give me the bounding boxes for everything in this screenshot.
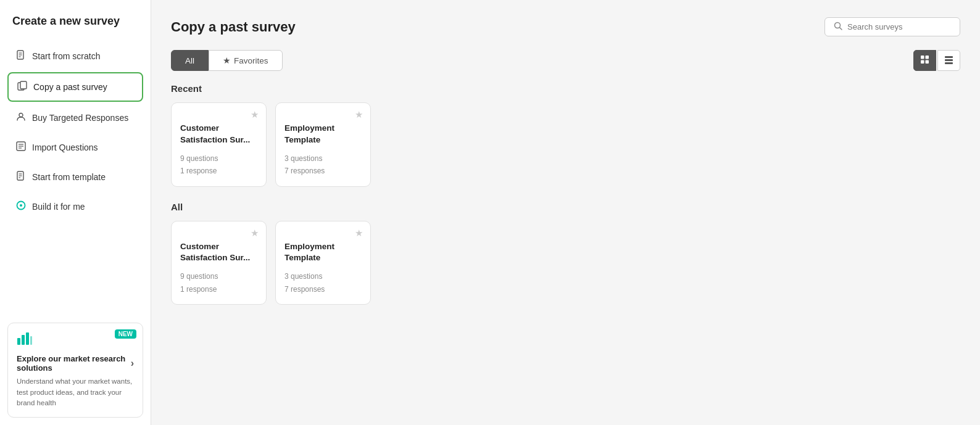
copy-icon	[17, 81, 27, 93]
sidebar-item-start-scratch[interactable]: Start from scratch	[7, 43, 143, 70]
sidebar: Create a new survey Start from scratch C…	[0, 0, 151, 425]
main-header: Copy a past survey	[171, 17, 960, 36]
sidebar-item-start-template[interactable]: Start from template	[7, 163, 143, 191]
card-questions: 9 questions	[180, 270, 257, 283]
svg-rect-18	[22, 335, 25, 345]
card-responses: 7 responses	[284, 165, 362, 177]
sidebar-item-label: Start from template	[32, 172, 106, 182]
build-icon	[16, 200, 26, 213]
card-questions: 3 questions	[284, 270, 362, 283]
sidebar-item-label: Start from scratch	[32, 51, 100, 61]
recent-cards-grid: ★ Customer Satisfaction Sur... 9 questio…	[171, 102, 960, 187]
filter-tabs: All ★Favorites	[171, 50, 283, 71]
card-star-icon[interactable]: ★	[251, 109, 259, 120]
svg-rect-29	[945, 62, 953, 64]
import-icon	[16, 141, 26, 154]
promo-card[interactable]: NEW Explore our market research solution…	[7, 323, 143, 418]
sidebar-item-buy-targeted[interactable]: Buy Targeted Responses	[7, 104, 143, 131]
svg-rect-25	[921, 60, 924, 64]
tab-all[interactable]: All	[171, 50, 209, 71]
card-title: Customer Satisfaction Sur...	[180, 241, 257, 265]
svg-rect-23	[921, 56, 924, 59]
main-content: Copy a past survey All ★Favorites	[151, 0, 980, 425]
recent-card-0[interactable]: ★ Customer Satisfaction Sur... 9 questio…	[171, 102, 267, 187]
sidebar-item-label: Build it for me	[32, 202, 85, 212]
sidebar-item-import-questions[interactable]: Import Questions	[7, 134, 143, 161]
section-recent: Recent ★ Customer Satisfaction Sur... 9 …	[171, 83, 960, 202]
svg-rect-20	[30, 336, 32, 345]
search-icon	[834, 22, 842, 32]
sidebar-item-copy-past[interactable]: Copy a past survey	[7, 72, 143, 102]
promo-badge: NEW	[115, 329, 136, 339]
promo-description: Understand what your market wants, test …	[17, 376, 134, 408]
svg-point-6	[19, 113, 23, 117]
sidebar-item-label: Copy a past survey	[33, 82, 107, 92]
section-all: All ★ Customer Satisfaction Sur... 9 que…	[171, 202, 960, 320]
svg-rect-28	[945, 59, 953, 61]
svg-rect-19	[26, 332, 29, 345]
tab-favorites[interactable]: ★Favorites	[209, 50, 283, 71]
card-star-icon[interactable]: ★	[251, 228, 259, 239]
all-card-1[interactable]: ★ Employment Template 3 questions 7 resp…	[275, 221, 371, 305]
svg-point-16	[20, 204, 22, 207]
svg-rect-5	[20, 81, 27, 89]
card-responses: 1 response	[180, 283, 257, 295]
grid-view-button[interactable]	[913, 50, 936, 71]
section-label-all: All	[171, 202, 960, 212]
user-icon	[16, 112, 26, 124]
card-questions: 9 questions	[180, 152, 257, 165]
list-view-button[interactable]	[937, 50, 960, 71]
search-box[interactable]	[824, 17, 960, 36]
card-title: Employment Template	[284, 241, 362, 265]
svg-line-22	[840, 28, 842, 30]
card-meta: 9 questions 1 response	[180, 152, 257, 178]
card-title: Customer Satisfaction Sur...	[180, 123, 257, 146]
search-input[interactable]	[847, 22, 951, 31]
svg-rect-27	[945, 56, 953, 58]
promo-arrow-icon: ›	[131, 358, 134, 369]
card-meta: 3 questions 7 responses	[284, 152, 362, 178]
card-star-icon[interactable]: ★	[355, 109, 363, 120]
star-icon: ★	[223, 56, 231, 65]
all-cards-grid: ★ Customer Satisfaction Sur... 9 questio…	[171, 221, 960, 305]
recent-card-1[interactable]: ★ Employment Template 3 questions 7 resp…	[275, 102, 371, 187]
card-responses: 7 responses	[284, 283, 362, 295]
card-meta: 3 questions 7 responses	[284, 270, 362, 295]
page-title: Copy a past survey	[171, 19, 296, 35]
card-responses: 1 response	[180, 165, 257, 177]
promo-title: Explore our market research solutions ›	[17, 354, 134, 373]
all-card-0[interactable]: ★ Customer Satisfaction Sur... 9 questio…	[171, 221, 267, 305]
sidebar-item-label: Buy Targeted Responses	[32, 113, 128, 123]
sidebar-item-label: Import Questions	[32, 142, 98, 152]
card-meta: 9 questions 1 response	[180, 270, 257, 295]
svg-rect-26	[926, 60, 929, 64]
view-toggle	[913, 50, 960, 71]
template-icon	[16, 171, 26, 183]
sidebar-item-build-me[interactable]: Build it for me	[7, 193, 143, 220]
svg-rect-24	[926, 56, 929, 59]
section-label-recent: Recent	[171, 83, 960, 94]
card-title: Employment Template	[284, 123, 362, 146]
sidebar-title: Create a new survey	[7, 15, 143, 40]
document-icon	[16, 50, 26, 62]
filter-bar: All ★Favorites	[171, 50, 960, 71]
card-star-icon[interactable]: ★	[355, 228, 363, 239]
card-questions: 3 questions	[284, 152, 362, 165]
svg-rect-17	[17, 338, 20, 345]
